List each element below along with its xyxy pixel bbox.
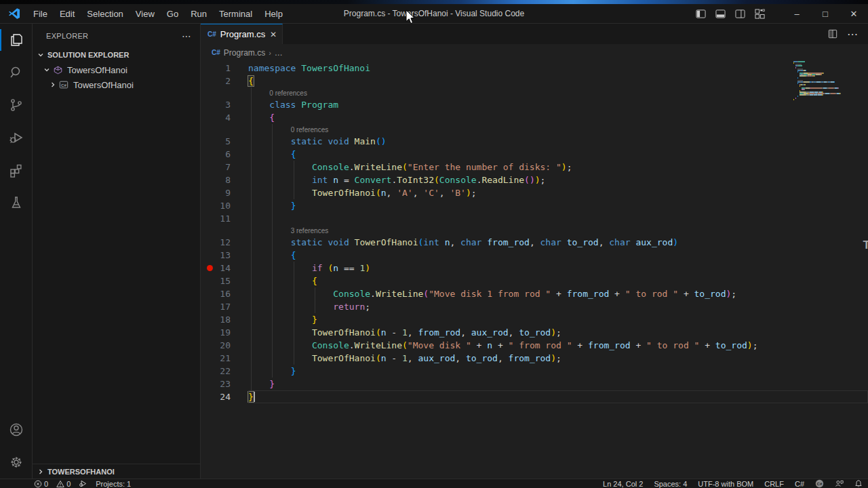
breadcrumb[interactable]: C# Program.cs › … (201, 44, 868, 61)
codelens-references[interactable]: 3 references (291, 226, 329, 237)
gutter[interactable]: 11 (201, 212, 248, 225)
status-cursor-position[interactable]: Ln 24, Col 2 (603, 480, 643, 488)
menu-item-selection[interactable]: Selection (81, 6, 129, 22)
split-editor-icon[interactable] (828, 29, 837, 39)
status-language-mode[interactable]: C# (795, 480, 804, 488)
status-encoding[interactable]: UTF-8 with BOM (698, 480, 753, 488)
toggle-sidebar-icon[interactable] (696, 9, 706, 19)
gutter[interactable]: 14 (201, 262, 248, 274)
code-line[interactable]: 2{ (201, 75, 868, 87)
menu-item-terminal[interactable]: Terminal (213, 6, 258, 22)
code-editor[interactable]: 1namespace TowersOfHanoi2{0 references3c… (201, 61, 868, 479)
status-notifications[interactable] (854, 479, 863, 488)
activity-source-control-button[interactable] (0, 89, 33, 121)
code-line[interactable]: 9TowerOfHanoi(n, 'A', 'C', 'B'); (201, 186, 868, 199)
gutter[interactable]: 17 (201, 300, 248, 313)
toggle-panel-icon[interactable] (715, 9, 726, 19)
code-line[interactable]: 13{ (201, 249, 868, 262)
status-csharp-extension[interactable]: C# (815, 479, 824, 488)
code-line[interactable]: 23} (201, 378, 868, 390)
editor-more-actions-icon[interactable]: ⋯ (847, 28, 859, 41)
gutter[interactable]: 23 (201, 378, 248, 390)
code-line[interactable]: 6{ (201, 148, 868, 161)
breakpoint-icon[interactable] (207, 265, 213, 271)
gutter[interactable]: 20 (201, 339, 248, 352)
tab-program-cs[interactable]: C# Program.cs ✕ (201, 24, 283, 44)
gutter[interactable]: 16 (201, 287, 248, 300)
code-line[interactable]: 4{ (201, 111, 868, 124)
codelens-row[interactable]: 0 references (201, 87, 868, 98)
gutter[interactable]: 13 (201, 249, 248, 262)
gutter[interactable]: 12 (201, 236, 248, 249)
gutter[interactable]: 4 (201, 111, 248, 124)
activity-settings-button[interactable] (0, 446, 33, 479)
codelens-references[interactable]: 0 references (291, 125, 329, 136)
status-projects[interactable]: Projects: 1 (96, 480, 131, 488)
gutter[interactable]: 22 (201, 365, 248, 378)
tab-close-icon[interactable]: ✕ (270, 30, 277, 39)
customize-layout-icon[interactable] (755, 9, 765, 19)
menu-item-file[interactable]: File (27, 6, 54, 22)
status-errors[interactable]: 0 (34, 480, 48, 488)
codelens-row[interactable]: 0 references (201, 124, 868, 135)
explorer-more-actions-icon[interactable]: ⋯ (182, 30, 192, 41)
menu-item-run[interactable]: Run (184, 6, 213, 22)
codelens-references[interactable]: 0 references (269, 88, 307, 99)
code-line[interactable]: 22} (201, 365, 868, 378)
code-line[interactable]: 19TowerOfHanoi(n - 1, from_rod, aux_rod,… (201, 326, 868, 339)
code-line[interactable]: 11 (201, 212, 868, 225)
menu-item-help[interactable]: Help (258, 6, 289, 22)
code-line[interactable]: 18} (201, 313, 868, 326)
activity-run-and-debug-button[interactable] (0, 121, 33, 154)
gutter[interactable] (201, 87, 248, 98)
close-button[interactable]: ✕ (840, 4, 868, 23)
gutter[interactable]: 1 (201, 62, 248, 75)
code-line[interactable]: 5static void Main() (201, 135, 868, 148)
breadcrumb-symbol[interactable]: … (275, 48, 283, 58)
status-indentation[interactable]: Spaces: 4 (654, 480, 687, 488)
breadcrumb-file[interactable]: Program.cs (224, 48, 265, 58)
gutter[interactable]: 8 (201, 174, 248, 186)
code-line[interactable]: 20Console.WriteLine("Move disk " + n + "… (201, 339, 868, 352)
code-line[interactable]: 14if (n == 1) (201, 262, 868, 274)
code-line[interactable]: 15{ (201, 274, 868, 287)
gutter[interactable]: 19 (201, 326, 248, 339)
gutter[interactable]: 7 (201, 161, 248, 174)
code-line[interactable]: 3class Program (201, 98, 868, 111)
section-solution-explorer[interactable]: SOLUTION EXPLORER (33, 47, 200, 62)
activity-testing-button[interactable] (0, 186, 33, 219)
gutter[interactable] (201, 225, 248, 236)
menu-item-edit[interactable]: Edit (54, 6, 81, 22)
code-line[interactable]: 17return; (201, 300, 868, 313)
gutter[interactable]: 18 (201, 313, 248, 326)
code-line[interactable]: 21TowerOfHanoi(n - 1, aux_rod, to_rod, f… (201, 352, 868, 365)
section-towersofhanoi[interactable]: TOWERSOFHANOI (33, 464, 200, 479)
status-warnings[interactable]: 0 (56, 480, 71, 488)
menu-item-go[interactable]: Go (161, 6, 184, 22)
minimap[interactable] (793, 61, 859, 100)
gutter[interactable]: 6 (201, 148, 248, 161)
gutter[interactable]: 15 (201, 274, 248, 287)
gutter[interactable]: 2 (201, 75, 248, 87)
tree-item-towersofhanoi[interactable]: C#TowersOfHanoi (33, 77, 200, 92)
toggle-secondary-sidebar-icon[interactable] (735, 9, 745, 19)
code-line[interactable]: 24} (201, 390, 868, 403)
code-line[interactable]: 7Console.WriteLine("Enter the number of … (201, 161, 868, 174)
maximize-button[interactable]: □ (811, 4, 840, 23)
activity-extensions-button[interactable] (0, 154, 33, 186)
code-line[interactable]: 1namespace TowersOfHanoi (201, 62, 868, 75)
gutter[interactable]: 5 (201, 135, 248, 148)
status-feedback[interactable] (835, 479, 844, 488)
minimize-button[interactable]: – (783, 4, 811, 23)
gutter[interactable]: 10 (201, 199, 248, 212)
code-line[interactable]: 8int n = Convert.ToInt32(Console.ReadLin… (201, 174, 868, 186)
tree-item-towersofhanoi[interactable]: TowersOfHanoi (33, 62, 200, 77)
menu-item-view[interactable]: View (130, 6, 161, 22)
codelens-row[interactable]: 3 references (201, 225, 868, 236)
code-line[interactable]: 12static void TowerOfHanoi(int n, char f… (201, 236, 868, 249)
gutter[interactable]: 3 (201, 98, 248, 111)
gutter[interactable]: 24 (201, 390, 248, 403)
activity-accounts-button[interactable] (0, 413, 33, 446)
status-debug-status[interactable] (79, 479, 87, 488)
activity-explorer-button[interactable] (0, 24, 33, 56)
